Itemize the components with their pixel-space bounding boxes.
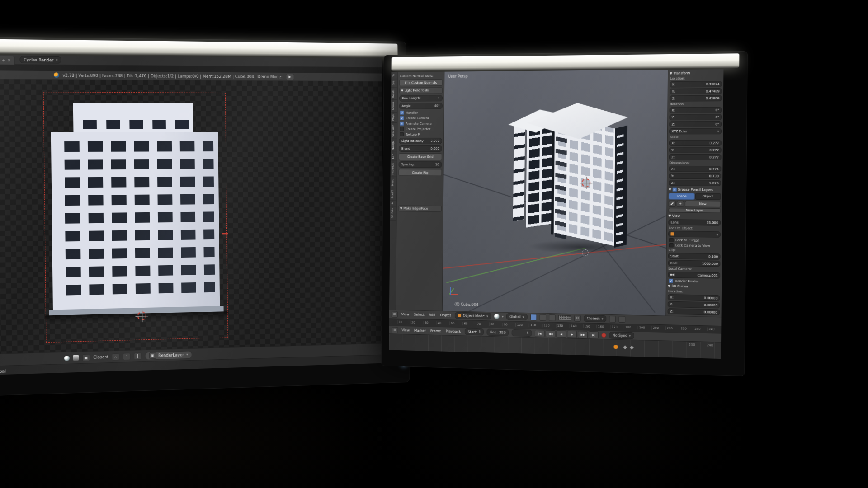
jump-end-button[interactable]: ▶| [589,331,599,338]
spacing-field[interactable]: Spacing: 10 [399,161,442,168]
add-tab-icon[interactable]: + [2,58,5,63]
shelf-tab-lay[interactable]: Lay [391,152,397,161]
layers-widget[interactable] [558,315,571,321]
rotation-x-field[interactable]: X:0° [670,107,722,113]
scale-z-field[interactable]: Z:0.277 [669,154,722,160]
dimensions-y-field[interactable]: Y:0.730 [669,173,721,179]
gpencil-panel-header[interactable]: ▼ ✓ Grease Pencil Layers [669,187,721,192]
create-base-grid-button[interactable]: Create Base Grid [399,153,442,160]
play-button[interactable]: ▶ [567,331,577,338]
shelf-tab-phys[interactable]: Phys [391,112,397,122]
jump-start-button[interactable]: |◀ [535,330,545,337]
frame-end-field[interactable]: End:250 [487,329,509,336]
shelf-tab-cre[interactable]: Cre [391,79,397,88]
snap-select[interactable]: Closest ▾ [584,315,607,323]
translate-manipulator-icon[interactable] [530,314,537,321]
rotation-z-field[interactable]: Z:0° [669,121,722,127]
close-tab-icon[interactable]: ✕ [8,58,11,63]
shelf-tab-grease-p[interactable]: Grease P [391,123,397,139]
menu-frame[interactable]: Frame [429,329,442,333]
scale-x-field[interactable]: X:0.277 [669,140,722,146]
shelf-tab-a[interactable]: A [390,201,396,206]
clip-end-field[interactable]: End:1000.000 [668,260,721,267]
play-reverse-button[interactable]: ◀ [557,330,566,338]
shelf-tab-naviga[interactable]: Naviga [391,139,397,152]
local-camera-field[interactable]: Camera.001 [668,272,720,278]
tab-object[interactable]: Object [695,193,721,200]
light-field-tools-header[interactable]: ▼ Light Field Tools [399,87,443,94]
gradient-swatch-icon[interactable] [73,355,79,361]
location-y-field[interactable]: Y:0.47489 [670,88,722,94]
paw-icon[interactable]: ∴ [123,353,131,360]
display-mode-icon[interactable]: ▣ [82,354,90,361]
orientation-value[interactable]: Global [0,369,6,374]
cursor-panel-header[interactable]: ▼ 3D Cursor [668,284,720,289]
shelf-tab-import-e[interactable]: Import/E [390,161,396,177]
mode-select[interactable]: Object Mode ▾ [455,312,491,320]
clip-start-field[interactable]: Start:0.100 [668,253,721,260]
menu-select[interactable]: Select [413,313,425,317]
cursor-x-field[interactable]: X:0.00000 [668,294,720,301]
tab-scene[interactable]: Scene [669,193,694,200]
current-frame-field[interactable]: 1 [512,329,532,337]
menu-view[interactable]: View [401,312,410,317]
dimensions-x-field[interactable]: X:0.774 [669,166,721,172]
current-frame-marker[interactable] [613,345,618,349]
keyframe-diamond-icon[interactable] [630,346,634,350]
rotate-manipulator-icon[interactable] [539,314,546,321]
paw-icon[interactable]: ∴ [112,353,119,360]
checkbox-create-camera[interactable]: ✓Create Camera [399,116,442,120]
render-opengl-icon[interactable] [609,316,616,323]
rotation-order-select[interactable]: XYZ Euler▾ [669,128,722,135]
location-x-field[interactable]: X:0.33824 [670,81,722,87]
scale-y-field[interactable]: Y:0.277 [669,147,722,153]
rotation-y-field[interactable]: Y:0° [669,114,722,120]
record-icon[interactable] [602,333,607,338]
menu-marker[interactable]: Marker [413,328,427,333]
cursor-y-field[interactable]: Y:0.00000 [668,301,720,309]
shelf-tab-mesu[interactable]: Mesu [390,177,396,188]
make-edge-face-header[interactable]: ▼ Make Edge/Face [398,205,442,212]
location-z-field[interactable]: Z:0.43809 [670,95,722,102]
checkbox-handler[interactable]: ✓Handler [399,110,443,114]
blend-field[interactable]: Blend 0.000 [399,145,442,152]
shelf-tab-3d-prin[interactable]: 3D Prin [390,206,396,221]
magnet-icon[interactable]: U [574,315,581,322]
3d-viewport[interactable]: User Persp [443,70,668,315]
transform-panel-header[interactable]: ▼ Transform [670,70,722,75]
pencil-icon[interactable] [669,201,676,207]
keyframe-diamond-icon[interactable] [623,346,627,350]
create-rig-button[interactable]: Create Rig [398,169,442,176]
shelf-tab-relati[interactable]: Relati [391,88,397,99]
editor-type-icon[interactable]: ⊞ [392,311,398,317]
lock-to-object-field[interactable]: ▾ [668,231,721,238]
menu-view[interactable]: View [401,328,410,333]
render-layer-select[interactable]: ▣ RenderLayer ▾ [145,351,192,360]
lens-field[interactable]: Lens:35.000 [668,219,721,226]
prev-keyframe-button[interactable]: ◀◀ [546,330,556,338]
menu-add[interactable]: Add [428,313,437,317]
frame-start-field[interactable]: Start:1 [464,328,484,335]
dimensions-z-field[interactable]: Z:1.026 [669,180,721,186]
row-length-field[interactable]: Row Length: 1 [399,95,443,102]
flip-custom-normals-button[interactable]: Flip Custom Normals [399,79,443,86]
render-engine-select[interactable]: Cycles Render ▾ [20,56,62,64]
render-border-checkbox[interactable]: ✓Render Border [668,279,720,284]
window-tab[interactable]: dows Cut + ✕ [0,56,15,65]
demo-play-button[interactable]: ▶ [286,74,294,80]
add-icon[interactable]: + [677,201,684,207]
menu-object[interactable]: Object [439,313,452,318]
render-animation-icon[interactable] [619,316,626,323]
lock-to-cursor-checkbox[interactable]: Lock to Cursor [668,238,721,243]
gpencil-new-button[interactable]: New [685,201,721,207]
light-intensity-field[interactable]: Light Intensity 2.000 [399,138,442,144]
pause-icon[interactable]: ‖ [134,352,142,360]
shelf-tab-anima[interactable]: Anima [391,99,397,112]
shading-sphere-icon[interactable] [64,355,70,361]
checkbox-animate-camera[interactable]: ✓Animate Camera [399,122,442,126]
orientation-select[interactable]: Global ▾ [506,313,528,320]
angle-field[interactable]: Angle: 40° [399,103,443,109]
sync-select[interactable]: No Sync ▾ [609,332,634,339]
snap-mode-value[interactable]: Closest [93,355,108,360]
view-panel-header[interactable]: ▼ View [668,214,721,219]
